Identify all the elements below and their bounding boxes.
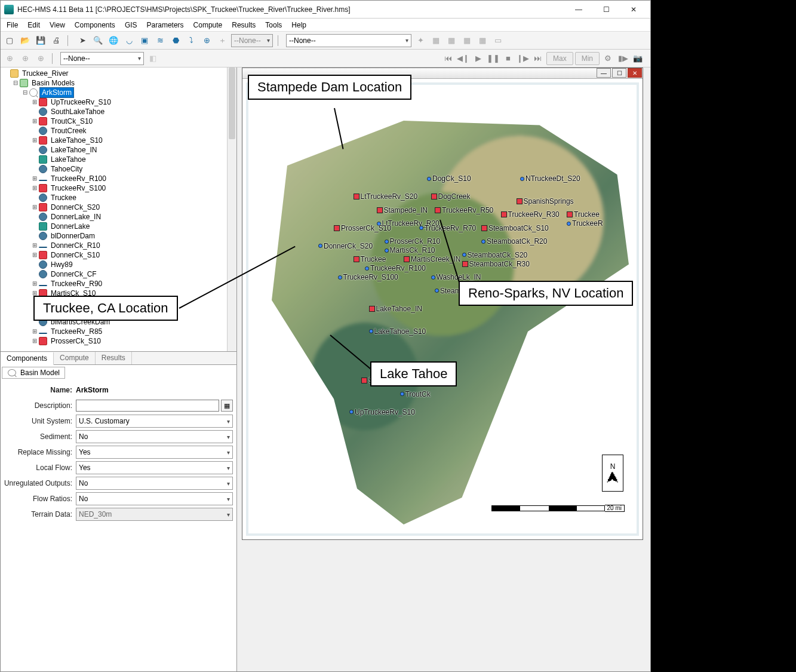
compute-icon[interactable]: ✦ xyxy=(414,34,427,47)
pointer-icon[interactable]: ➤ xyxy=(76,34,89,47)
form-combo[interactable]: No xyxy=(76,430,233,443)
tree-node[interactable]: ⊞TruckeeRv_R100 xyxy=(2,174,236,183)
map-element[interactable]: LakeTahoe_S10 xyxy=(369,327,426,336)
tree-node[interactable]: ⊟ArkStorm xyxy=(2,88,236,97)
tree-node[interactable]: DonnerLake xyxy=(2,222,236,231)
tree-label[interactable]: TruckeeRv_S100 xyxy=(49,183,107,193)
sink-icon[interactable]: ⊕ xyxy=(200,34,213,47)
tree-node[interactable]: SouthLakeTahoe xyxy=(2,107,236,116)
tree-node[interactable]: ⊞ProsserCk_S10 xyxy=(2,336,236,346)
expand-icon[interactable]: ⊞ xyxy=(30,241,38,250)
results1-icon[interactable]: ▦ xyxy=(429,34,442,47)
expand-icon[interactable]: ⊟ xyxy=(21,88,29,97)
expand-icon[interactable]: ⊞ xyxy=(30,279,38,289)
tree-label[interactable]: SouthLakeTahoe xyxy=(49,107,106,116)
tree-node[interactable]: ⊞DonnerCk_R10 xyxy=(2,241,236,250)
print-icon[interactable]: 🖨 xyxy=(50,34,63,47)
diversion-icon[interactable]: ⤵ xyxy=(185,34,198,47)
tree-node[interactable]: ⊞TruckeeRv_S100 xyxy=(2,183,236,193)
menu-file[interactable]: File xyxy=(2,20,23,30)
form-combo[interactable]: No xyxy=(76,492,233,505)
menu-gis[interactable]: GIS xyxy=(120,20,142,30)
tree-node[interactable]: blDonnerDam xyxy=(2,231,236,241)
map-element[interactable]: DonnerCk_S20 xyxy=(318,242,373,250)
results2-icon[interactable]: ▦ xyxy=(445,34,458,47)
map-close-button[interactable]: ✕ xyxy=(628,68,642,78)
tree-label[interactable]: ProsserCk_S10 xyxy=(49,336,103,346)
tree-node[interactable]: Truckee xyxy=(2,193,236,202)
map-maximize-button[interactable]: ☐ xyxy=(612,68,626,78)
map-element[interactable]: LakeTahoe_IN xyxy=(369,305,422,313)
globe1-icon[interactable]: ⊕ xyxy=(3,52,16,65)
menu-components[interactable]: Components xyxy=(70,20,120,30)
results5-icon[interactable]: ▭ xyxy=(491,34,505,47)
tree-node[interactable]: LakeTahoe_IN xyxy=(2,145,236,155)
description-input[interactable] xyxy=(76,400,219,412)
menu-tools[interactable]: Tools xyxy=(260,20,287,30)
tree-label[interactable]: TruckeeRv_R90 xyxy=(49,279,104,289)
video-icon[interactable]: ▮▶ xyxy=(616,52,629,65)
tree-label[interactable]: DonnerLake xyxy=(49,222,91,231)
add-icon[interactable]: ＋ xyxy=(216,34,229,47)
expand-icon[interactable]: ⊞ xyxy=(30,136,38,145)
form-combo[interactable]: Yes xyxy=(76,461,233,474)
expand-icon[interactable]: ⊞ xyxy=(30,250,38,260)
tree-label[interactable]: ArkStorm xyxy=(39,87,74,98)
tree-label[interactable]: UpTruckeeRv_S10 xyxy=(49,97,113,107)
gear-icon[interactable]: ⚙ xyxy=(601,52,614,65)
open-icon[interactable]: 📂 xyxy=(19,34,32,47)
tree-label[interactable]: LakeTahoe_IN xyxy=(49,145,99,155)
map-element[interactable]: DogCreek xyxy=(431,192,471,201)
tree-label[interactable]: Truckee xyxy=(49,193,78,202)
expand-icon[interactable]: ⊟ xyxy=(11,78,19,88)
menu-parameters[interactable]: Parameters xyxy=(142,20,189,30)
tree-node[interactable]: DonnerLake_IN xyxy=(2,212,236,222)
minimize-button[interactable]: — xyxy=(566,1,592,18)
expand-icon[interactable]: ⊞ xyxy=(30,174,38,183)
expand-icon[interactable]: ⊞ xyxy=(30,202,38,212)
menu-view[interactable]: View xyxy=(45,20,70,30)
first-icon[interactable]: ⏮ xyxy=(442,52,455,65)
save-icon[interactable]: 💾 xyxy=(34,34,47,47)
map-element[interactable]: MartisCk_R10 xyxy=(385,246,435,254)
tree-label[interactable]: DonnerCk_S10 xyxy=(49,250,102,260)
expand-icon[interactable]: ⊞ xyxy=(30,116,38,126)
tree-node[interactable]: ⊞DonnerCk_S20 xyxy=(2,202,236,212)
globe2-icon[interactable]: ⊕ xyxy=(19,52,32,65)
tree-label[interactable]: Truckee_River xyxy=(20,69,70,78)
results4-icon[interactable]: ▦ xyxy=(476,34,489,47)
tree-node[interactable]: TroutCreek xyxy=(2,126,236,136)
map-element[interactable]: Truckee xyxy=(567,210,600,219)
tree-label[interactable]: TruckeeRv_R100 xyxy=(49,174,108,183)
expand-icon[interactable]: ⊞ xyxy=(30,183,38,193)
form-combo[interactable]: U.S. Customary xyxy=(76,415,233,428)
maximize-button[interactable]: ☐ xyxy=(593,1,619,18)
description-expand-button[interactable]: ▦ xyxy=(221,400,233,412)
tree-node[interactable]: Hwy89 xyxy=(2,260,236,269)
tree-label[interactable]: TroutCreek xyxy=(49,126,88,136)
expand-icon[interactable]: ⊞ xyxy=(30,327,38,336)
map-element[interactable]: DogCk_S10 xyxy=(427,174,471,183)
map-element[interactable]: SteamboatCk_R30 xyxy=(462,260,530,268)
stepfwd-icon[interactable]: ❙▶ xyxy=(517,52,530,65)
tree-label[interactable]: Basin Models xyxy=(30,78,76,88)
tree-label[interactable]: blDonnerDam xyxy=(49,231,97,241)
map-element[interactable]: TruckeeR xyxy=(567,219,603,228)
stop-icon[interactable]: ■ xyxy=(502,52,515,65)
play-icon[interactable]: ▶ xyxy=(472,52,485,65)
reservoir-icon[interactable]: ▣ xyxy=(138,34,151,47)
map-element[interactable]: SpanishSprings xyxy=(517,197,574,205)
tree-node[interactable]: Truckee_River xyxy=(2,69,236,78)
tree-scrollbar[interactable] xyxy=(227,67,236,351)
map-element[interactable]: TruckeeRv_S100 xyxy=(338,273,398,281)
max-button[interactable]: Max xyxy=(546,52,573,65)
map-element[interactable]: TroutCk xyxy=(400,390,431,398)
tree-label[interactable]: DonnerCk_S20 xyxy=(49,202,102,212)
tree-label[interactable]: TroutCk_S10 xyxy=(49,116,94,126)
new-icon[interactable]: ▢ xyxy=(3,34,16,47)
form-combo[interactable]: Yes xyxy=(76,446,233,459)
menu-results[interactable]: Results xyxy=(227,20,260,30)
map-element[interactable]: Stampede_IN xyxy=(377,206,428,214)
map-element[interactable]: SteamboatCk_S20 xyxy=(462,251,528,259)
pause-icon[interactable]: ❚❚ xyxy=(487,52,500,65)
